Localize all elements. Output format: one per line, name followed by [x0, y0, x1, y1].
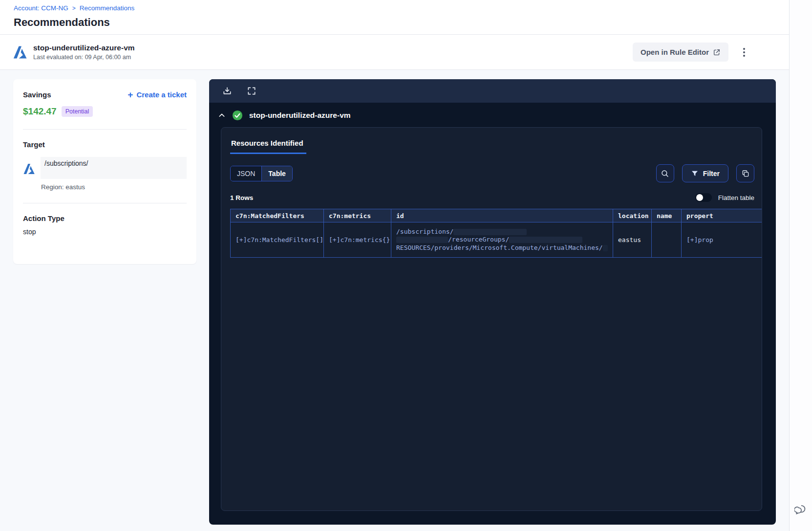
copy-button[interactable] — [736, 164, 754, 182]
cell-matched-filters-expand[interactable]: [+]c7n:MatchedFilters[] — [231, 222, 324, 258]
fullscreen-icon[interactable] — [247, 86, 256, 96]
flatten-table-toggle[interactable] — [695, 193, 712, 202]
table-header-row: c7n:MatchedFilters c7n:metrics id locati… — [231, 209, 763, 222]
rule-identity: stop-underutilized-azure-vm Last evaluat… — [33, 44, 135, 61]
target-row: /subscriptions/ Region: eastus — [23, 157, 187, 191]
external-link-icon — [713, 48, 721, 56]
view-mode-toggle: JSON Table — [230, 166, 293, 181]
chevron-up-icon[interactable] — [218, 111, 226, 119]
recommendations-page: Account: CCM-NG > Recommendations Recomm… — [0, 0, 812, 531]
rule-name: stop-underutilized-azure-vm — [33, 44, 135, 52]
copy-icon — [741, 169, 750, 178]
right-rail — [789, 0, 812, 531]
rows-count: 1 Rows — [230, 194, 253, 201]
cell-properties-expand[interactable]: [+]prop — [682, 222, 763, 258]
action-type-value: stop — [23, 228, 187, 236]
rule-header-bar: stop-underutilized-azure-vm Last evaluat… — [0, 35, 789, 70]
cell-metrics-expand[interactable]: [+]c7n:metrics{} — [324, 222, 391, 258]
cell-resource-id: /subscriptions/ /resourceGroups/ RESOUR — [391, 222, 613, 258]
flatten-table-label: Flatten table — [718, 194, 754, 201]
column-header: location — [613, 209, 652, 222]
page-title: Recommendations — [14, 16, 789, 29]
breadcrumb-separator-icon: > — [72, 5, 76, 12]
download-icon[interactable] — [222, 86, 232, 96]
redacted-block — [509, 237, 582, 243]
check-circle-icon — [232, 110, 243, 121]
create-ticket-link[interactable]: + Create a ticket — [128, 90, 187, 99]
column-header: name — [652, 209, 682, 222]
panel-rule-row: stop-underutilized-azure-vm — [209, 103, 776, 121]
table-controls: JSON Table Filter — [230, 164, 762, 182]
redacted-block — [453, 229, 527, 235]
panel-rule-title: stop-underutilized-azure-vm — [249, 111, 351, 120]
target-label: Target — [23, 140, 187, 149]
resources-table: c7n:MatchedFilters c7n:metrics id locati… — [230, 209, 762, 258]
id-line-2: /resourceGroups/ — [448, 236, 509, 244]
filter-label: Filter — [703, 170, 720, 177]
panel-toolbar — [209, 79, 776, 103]
resources-card: Resources Identified JSON Table — [221, 127, 762, 511]
cell-name — [652, 222, 682, 258]
divider — [23, 203, 187, 203]
id-line-1: /subscriptions/ — [396, 228, 453, 236]
azure-logo-icon — [23, 163, 35, 175]
kebab-menu-icon[interactable] — [740, 45, 748, 60]
view-json-button[interactable]: JSON — [231, 166, 261, 181]
redacted-block — [603, 245, 608, 251]
search-icon — [661, 169, 669, 178]
target-region: Region: eastus — [41, 183, 187, 191]
filter-button[interactable]: Filter — [682, 164, 728, 182]
main-content: Savings + Create a ticket $142.47 Potent… — [0, 70, 789, 531]
plus-icon: + — [128, 90, 133, 99]
results-panel: stop-underutilized-azure-vm Resources Id… — [209, 79, 776, 525]
open-in-rule-editor-button[interactable]: Open in Rule Editor — [633, 43, 728, 62]
breadcrumb: Account: CCM-NG > Recommendations — [14, 4, 789, 12]
action-type-label: Action Type — [23, 214, 187, 222]
savings-amount: $142.47 — [23, 106, 57, 117]
column-header: propert — [682, 209, 763, 222]
savings-card: Savings + Create a ticket $142.47 Potent… — [13, 79, 196, 264]
column-header: id — [391, 209, 613, 222]
divider — [23, 129, 187, 130]
column-header: c7n:metrics — [324, 209, 391, 222]
filter-funnel-icon — [691, 170, 699, 177]
chat-bubbles-icon[interactable] — [794, 503, 808, 516]
table-row: [+]c7n:MatchedFilters[] [+]c7n:metrics{}… — [231, 222, 763, 258]
target-path: /subscriptions/ — [41, 157, 187, 179]
open-in-rule-editor-label: Open in Rule Editor — [641, 48, 709, 56]
savings-label: Savings — [23, 90, 51, 99]
potential-badge: Potential — [62, 106, 93, 117]
azure-logo-icon — [13, 45, 27, 60]
breadcrumb-recommendations-link[interactable]: Recommendations — [80, 4, 135, 12]
page-header: Account: CCM-NG > Recommendations Recomm… — [0, 0, 789, 35]
column-header: c7n:MatchedFilters — [231, 209, 324, 222]
redacted-block — [396, 237, 448, 243]
search-button[interactable] — [656, 164, 674, 182]
id-line-3: RESOURCES/providers/Microsoft.Compute/vi… — [396, 244, 603, 252]
rule-last-evaluated: Last evaluated on: 09 Apr, 06:00 am — [33, 54, 135, 61]
table-meta-row: 1 Rows Flatten table — [230, 193, 762, 202]
tab-resources-identified[interactable]: Resources Identified — [230, 135, 306, 154]
breadcrumb-account-link[interactable]: Account: CCM-NG — [14, 4, 68, 12]
cell-location: eastus — [613, 222, 652, 258]
view-table-button[interactable]: Table — [261, 166, 292, 181]
create-ticket-label: Create a ticket — [136, 90, 187, 99]
